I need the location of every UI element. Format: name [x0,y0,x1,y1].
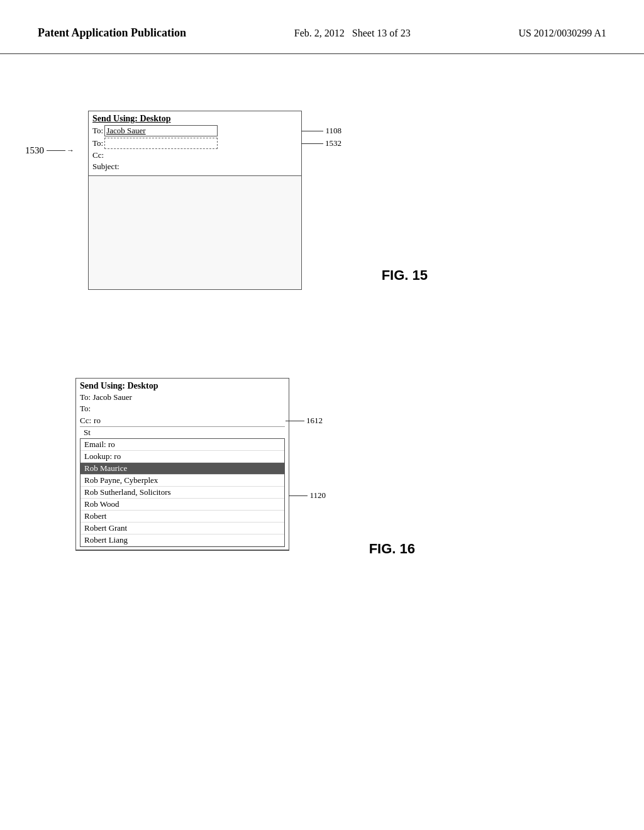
fig16-cc-input[interactable]: ro [92,415,174,426]
fig16-section: Send Using: Desktop To: Jacob Sauer To: … [38,378,606,551]
fig16-to1: To: Jacob Sauer [80,392,285,402]
annotation-1612: 1612 [286,416,323,426]
fig15-to1-label: To: [92,126,103,136]
fig15-label: FIG. 15 [382,267,428,284]
fig16-label: FIG. 16 [369,541,415,557]
fig15-header-section: Send Using: Desktop To: Jacob Sauer 1108… [89,111,301,176]
fig15-section: 1530 → Send Using: Desktop To: Jacob Sau… [38,111,606,290]
fig16-send-using: Send Using: Desktop [80,381,285,391]
fig15-to1-row: To: Jacob Sauer 1108 [92,125,297,136]
fig15-to2-label: To: [92,138,103,148]
main-content: 1530 → Send Using: Desktop To: Jacob Sau… [0,60,644,563]
fig16-dropdown: Email: ro Lookup: ro Rob Maurice Rob Pay… [80,438,285,547]
fig16-cc-label: Cc: [80,416,91,426]
sheet-text: Sheet 13 of 23 [352,28,411,38]
fig15-body-area[interactable] [89,176,301,289]
fig15-to2-input[interactable] [104,138,218,149]
fig15-to2-row: To: 1532 [92,138,297,149]
fig16-cc-row: Cc: ro 1612 [80,415,285,427]
fig16-contact-6[interactable]: Robert Liang [80,534,284,546]
fig15-compose-area: Send Using: Desktop To: Jacob Sauer 1108… [88,111,302,290]
fig16-email-box: Send Using: Desktop To: Jacob Sauer To: … [75,378,289,551]
fig16-contact-3[interactable]: Rob Wood [80,499,284,511]
fig16-email-row: Email: ro [80,439,284,451]
fig16-header: Send Using: Desktop To: Jacob Sauer To: … [76,379,289,550]
fig16-subject-partial: St [80,427,285,438]
fig16-lookup-row: Lookup: ro [80,451,284,463]
fig16-contact-2[interactable]: Rob Sutherland, Solicitors [80,487,284,499]
publication-date: Feb. 2, 2012 Sheet 13 of 23 [294,25,411,39]
annotation-1532: 1532 [301,138,341,148]
fig16-cc-area: Cc: ro 1612 St [80,415,285,547]
annotation-1530: 1530 → [25,145,74,156]
fig16-to2-label: To: [80,404,285,414]
date-text: Feb. 2, 2012 [294,28,345,38]
fig16-contact-1[interactable]: Rob Payne, Cyberplex [80,475,284,487]
fig15-send-using: Send Using: Desktop [92,114,297,124]
annotation-1120: 1120 [289,490,326,501]
page-header: Patent Application Publication Feb. 2, 2… [0,0,644,54]
fig16-compose-area: Send Using: Desktop To: Jacob Sauer To: … [75,378,289,551]
fig16-contact-5[interactable]: Robert Grant [80,523,284,534]
fig15-email-box: Send Using: Desktop To: Jacob Sauer 1108… [88,111,302,290]
fig15-to1-value: Jacob Sauer [104,125,218,136]
fig16-contact-4[interactable]: Robert [80,511,284,523]
fig15-cc-label: Cc: [92,150,297,160]
fig16-contact-0[interactable]: Rob Maurice [80,463,284,475]
annotation-1108: 1108 [301,126,341,136]
publication-title: Patent Application Publication [38,25,186,41]
publication-number: US 2012/0030299 A1 [518,25,606,39]
fig15-subject-label: Subject: [92,162,297,172]
